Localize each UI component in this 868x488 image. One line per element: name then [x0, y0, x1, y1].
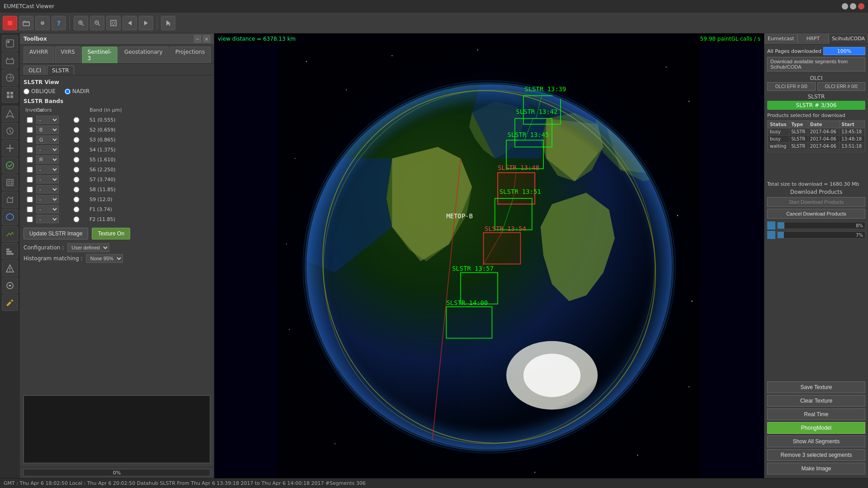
maximize-btn[interactable] — [850, 3, 856, 9]
sidebar-icon-1[interactable] — [2, 35, 18, 52]
tab-projections[interactable]: Projections — [170, 47, 211, 63]
band-s8-radio[interactable] — [65, 187, 88, 192]
tab-sentinel3[interactable]: Sentinel-3 — [82, 47, 118, 63]
right-tab-eumetcast[interactable]: Eumetcast — [764, 33, 797, 44]
help-button[interactable]: ? — [52, 16, 66, 30]
band-s9-inverse[interactable] — [25, 197, 34, 202]
real-time-button[interactable]: Real Time — [767, 408, 865, 420]
toolbox-close-btn[interactable]: × — [203, 35, 210, 42]
zoom-in-button[interactable] — [74, 16, 88, 30]
oblique-radio-label[interactable]: OBLIQUE — [24, 88, 56, 94]
sidebar-icon-14[interactable] — [2, 260, 18, 277]
sidebar-icon-3[interactable] — [2, 70, 18, 86]
band-s8-inverse[interactable] — [25, 187, 34, 192]
tab-slstr[interactable]: SLSTR — [47, 66, 74, 75]
zoom-fit-button[interactable] — [106, 16, 121, 30]
band-f2-color[interactable]: -RGB — [36, 215, 59, 223]
sidebar-icon-wrench[interactable] — [2, 295, 18, 311]
svg-rect-22 — [7, 92, 9, 94]
band-f2-radio[interactable] — [65, 216, 88, 222]
tab-olci[interactable]: OLCI — [24, 66, 46, 75]
band-s6-radio[interactable] — [65, 167, 88, 173]
band-s5-radio[interactable] — [65, 157, 88, 163]
remove-selected-segments-button[interactable]: Remove 3 selected segments — [767, 449, 865, 461]
nadir-radio-label[interactable]: NADIR — [65, 88, 90, 94]
svg-rect-1 — [23, 22, 29, 26]
sidebar-icon-10[interactable] — [2, 192, 18, 208]
show-all-segments-button[interactable]: Show All Segments — [767, 436, 865, 447]
cancel-download-button[interactable]: Cancel Download Products — [767, 209, 865, 219]
band-s2-color[interactable]: -BRG — [36, 126, 59, 134]
band-s9-radio[interactable] — [65, 197, 88, 202]
band-f1-inverse[interactable] — [25, 206, 34, 212]
close-btn[interactable] — [858, 3, 864, 9]
band-s1-inverse[interactable] — [25, 117, 34, 123]
band-s4-color[interactable]: -RGB — [36, 145, 59, 154]
next-button[interactable] — [139, 16, 153, 30]
histogram-select[interactable]: None 95% — [86, 254, 123, 263]
band-s9-color[interactable]: -RGB — [36, 195, 59, 203]
olci-err-button[interactable]: OLCI ERR # 0/0 — [817, 82, 866, 91]
sidebar-icon-9[interactable] — [2, 174, 18, 191]
texture-on-button[interactable]: Texture On — [92, 228, 130, 239]
save-texture-button[interactable]: Save Texture — [767, 381, 865, 393]
sidebar-icon-5[interactable] — [2, 106, 18, 122]
prev-button[interactable] — [123, 16, 137, 30]
tab-viirs[interactable]: VIIRS — [55, 47, 80, 63]
band-s7-inverse[interactable] — [25, 177, 34, 183]
band-f1-radio[interactable] — [65, 206, 88, 212]
minimize-btn[interactable] — [842, 3, 848, 9]
globe-visualization[interactable]: SLSTR 13:39 SLSTR 13:42 SLSTR 13:45 SLST… — [214, 44, 764, 478]
download-segments-button[interactable]: Download available segments from Scihub/… — [767, 57, 865, 71]
sidebar-icon-7[interactable] — [2, 140, 18, 156]
band-f1-color[interactable]: -RGB — [36, 205, 59, 213]
band-s4-inverse[interactable] — [25, 147, 34, 153]
products-scroll-area[interactable]: Status Type Date Start busy SLSTR 2017-0… — [767, 120, 865, 152]
band-s1-color[interactable]: -RGB — [36, 116, 59, 124]
band-s2-inverse[interactable] — [25, 127, 34, 133]
tab-avhrr[interactable]: AVHRR — [24, 47, 54, 63]
tab-geostationary[interactable]: Geostationary — [118, 47, 169, 63]
zoom-out-button[interactable] — [90, 16, 104, 30]
band-s7-radio[interactable] — [65, 177, 88, 183]
stop-button[interactable] — [3, 16, 17, 30]
band-s1-radio[interactable] — [65, 117, 88, 123]
svg-rect-23 — [10, 92, 13, 94]
band-s3-radio[interactable] — [65, 137, 88, 143]
sidebar-icon-2[interactable] — [2, 52, 18, 69]
nadir-radio[interactable] — [65, 89, 71, 94]
sidebar-icon-12[interactable] — [2, 226, 18, 242]
right-tab-hrpt[interactable]: HRPT — [797, 33, 829, 44]
phong-model-button[interactable]: PhongModel — [767, 422, 865, 434]
band-f2-inverse[interactable] — [25, 216, 34, 222]
band-s6-inverse[interactable] — [25, 167, 34, 173]
band-s3-inverse[interactable] — [25, 137, 34, 143]
band-s2-radio[interactable] — [65, 127, 88, 133]
row3-type: SLSTR — [789, 143, 808, 150]
oblique-radio[interactable] — [24, 89, 29, 94]
globe-area[interactable]: view distance = 6378.13 km 59.98 paintGL… — [214, 33, 764, 478]
sidebar-icon-6[interactable] — [2, 123, 18, 139]
sidebar-icon-13[interactable] — [2, 243, 18, 259]
band-s8-color[interactable]: -RGB — [36, 185, 59, 193]
band-s6-color[interactable]: -RGB — [36, 165, 59, 174]
olci-efr-button[interactable]: OLCI EFR # 0/0 — [767, 82, 816, 91]
band-s5-inverse[interactable] — [25, 157, 34, 163]
configuration-select[interactable]: User defined — [67, 243, 109, 252]
right-tab-scihub[interactable]: Scihub/CODA — [829, 33, 868, 44]
sidebar-icon-11[interactable] — [2, 209, 18, 225]
band-s4-radio[interactable] — [65, 147, 88, 153]
sidebar-icon-15[interactable] — [2, 277, 18, 294]
settings-button[interactable] — [35, 16, 50, 30]
band-s3-color[interactable]: -BRG — [36, 136, 59, 144]
band-s5-color[interactable]: -RGB — [36, 155, 59, 164]
cursor-button[interactable] — [161, 16, 175, 30]
update-slstr-image-button[interactable]: Update SLSTR Image — [24, 228, 88, 239]
make-image-button[interactable]: Make Image — [767, 463, 865, 474]
clear-texture-button[interactable]: Clear Texture — [767, 395, 865, 407]
toolbox-minimize-btn[interactable]: − — [194, 35, 201, 42]
open-button[interactable] — [19, 16, 33, 30]
band-s7-color[interactable]: -RGB — [36, 175, 59, 183]
sidebar-icon-4[interactable] — [2, 87, 18, 103]
sidebar-icon-8[interactable] — [2, 157, 18, 174]
